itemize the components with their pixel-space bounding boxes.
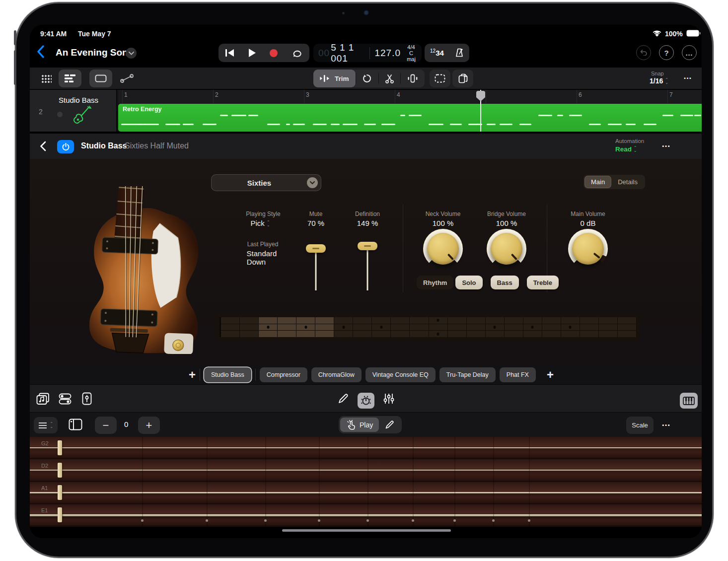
- song-menu-chevron[interactable]: [126, 48, 137, 59]
- plugin-chain-tru-tape-delay[interactable]: Tru-Tape Delay: [439, 367, 496, 382]
- plugin-chain-compressor[interactable]: Compressor: [260, 367, 307, 382]
- preset-dropdown[interactable]: Sixties: [211, 174, 321, 191]
- midi-region[interactable]: Retro Energy: [118, 104, 702, 132]
- volume-down-button[interactable]: [14, 50, 16, 85]
- automation-button[interactable]: [115, 70, 139, 87]
- mini-fret-21: [599, 317, 618, 337]
- pencil-icon: [385, 420, 394, 429]
- play-button[interactable]: [248, 49, 256, 57]
- marquee-select-button[interactable]: [430, 70, 450, 87]
- play-mode-button[interactable]: Play: [340, 418, 379, 432]
- snap-value[interactable]: 1/16 ⌃⌄: [650, 77, 668, 85]
- mini-fretboard-grid: [219, 317, 637, 337]
- plugins-button[interactable]: [82, 392, 92, 405]
- tab-details[interactable]: Details: [611, 176, 644, 188]
- mini-fretboard[interactable]: [215, 314, 640, 340]
- midi-note: [313, 124, 327, 125]
- midi-note: [121, 124, 146, 125]
- plugin-chain-chromaglow[interactable]: ChromaGlow: [311, 367, 362, 382]
- mini-fret-5: [296, 317, 315, 337]
- string-list-button[interactable]: ⌃⌄: [34, 417, 58, 433]
- mute-value: 70 %: [307, 219, 324, 227]
- main-volume-knob[interactable]: [568, 229, 608, 269]
- region-tool-button[interactable]: [89, 70, 112, 87]
- pickup-button-treble[interactable]: Treble: [527, 276, 559, 289]
- region-gain-button[interactable]: [401, 70, 425, 87]
- home-indicator[interactable]: [282, 529, 451, 532]
- smart-controls-button[interactable]: [358, 393, 374, 409]
- scissors-icon: [385, 74, 394, 83]
- more-options-button[interactable]: …: [682, 45, 697, 60]
- help-button[interactable]: ?: [659, 45, 674, 60]
- string-a1[interactable]: [30, 492, 702, 493]
- record-button[interactable]: [270, 49, 278, 57]
- plugin-more-button[interactable]: …: [661, 139, 671, 149]
- mini-fret-11: [410, 317, 429, 337]
- trim-mode-button[interactable]: Trim: [313, 70, 356, 87]
- midi-note: [626, 124, 636, 125]
- add-plugin-button-right[interactable]: +: [547, 368, 554, 382]
- loop-mode-button[interactable]: [356, 70, 378, 87]
- cycle-button[interactable]: [292, 49, 302, 57]
- definition-label: Definition: [355, 210, 380, 217]
- edit-notes-button[interactable]: [379, 418, 400, 432]
- loop-browser-button[interactable]: [36, 393, 50, 405]
- bridge-volume-value: 100 %: [496, 219, 517, 227]
- undo-button[interactable]: [636, 45, 651, 60]
- lcd-display[interactable]: 00 5 1 1 001 127.0 4/4 C maj: [313, 44, 422, 62]
- track-header[interactable]: 2 Studio Bass: [30, 90, 117, 132]
- playing-style-selector[interactable]: Pick ⌃⌄: [250, 219, 270, 227]
- fret-line: [493, 437, 494, 527]
- split-mode-button[interactable]: [379, 70, 400, 87]
- tracks-icon: [64, 74, 76, 83]
- midi-note: [694, 115, 701, 116]
- count-in-button[interactable]: 1234: [430, 48, 444, 58]
- definition-slider[interactable]: [358, 230, 377, 290]
- bass-guitar-image: [78, 186, 218, 354]
- plugin-power-button[interactable]: [57, 140, 74, 153]
- metronome-icon[interactable]: [455, 48, 464, 58]
- copy-button[interactable]: [452, 70, 473, 87]
- keyboard-view-button[interactable]: [680, 393, 698, 409]
- string-d2[interactable]: [30, 470, 702, 471]
- octave-down-button[interactable]: −: [95, 417, 117, 434]
- plugin-chain-studio-bass[interactable]: Studio Bass: [204, 367, 251, 382]
- string-e1[interactable]: [30, 514, 702, 516]
- plugin-preset-name[interactable]: Sixties Half Muted: [125, 141, 189, 150]
- edit-pencil-button[interactable]: [338, 393, 349, 404]
- pickup-button-bass[interactable]: Bass: [491, 276, 519, 289]
- octave-value: 0: [124, 420, 128, 428]
- toolbar-more-button[interactable]: …: [683, 71, 693, 81]
- tab-main[interactable]: Main: [584, 176, 611, 188]
- song-title[interactable]: An Evening Song: [56, 47, 134, 58]
- mixer-button[interactable]: [59, 393, 72, 405]
- bass-play-surface[interactable]: G2D2A1E1: [30, 437, 702, 527]
- octave-up-button[interactable]: +: [138, 417, 160, 434]
- pickup-button-solo[interactable]: Solo: [455, 276, 482, 289]
- volume-up-button[interactable]: [14, 30, 16, 45]
- mute-slider[interactable]: [306, 230, 326, 290]
- pickup-button-rhythm[interactable]: Rhythm: [417, 276, 453, 289]
- ruler[interactable]: 123467: [118, 90, 702, 103]
- midi-note: [608, 124, 622, 125]
- string-g2[interactable]: [30, 447, 702, 448]
- plugin-chain-vintage-console-eq[interactable]: Vintage Console EQ: [365, 367, 436, 382]
- neck-volume-knob[interactable]: [423, 229, 463, 269]
- sidebar-toggle-button[interactable]: [69, 419, 82, 430]
- playsurface-more-button[interactable]: …: [661, 418, 671, 428]
- plugin-chain-phat-fx[interactable]: Phat FX: [500, 367, 536, 382]
- fret-marker-dot: [206, 519, 208, 522]
- add-plugin-button-left[interactable]: +: [189, 368, 196, 382]
- automation-mode-selector[interactable]: Read ⌃⌄: [615, 145, 637, 153]
- browser-grid-button[interactable]: [36, 70, 57, 87]
- plugin-back-chevron[interactable]: [40, 141, 46, 151]
- go-to-beginning-button[interactable]: [225, 49, 234, 57]
- channel-strip-button[interactable]: [383, 393, 394, 404]
- ruler-number: 2: [215, 91, 218, 98]
- track-status-dot[interactable]: [57, 112, 63, 117]
- midi-note: [231, 115, 246, 116]
- scale-button[interactable]: Scale: [626, 417, 654, 434]
- back-chevron-button[interactable]: [37, 45, 45, 58]
- tracks-view-button[interactable]: [59, 70, 81, 87]
- bridge-volume-knob[interactable]: [487, 229, 526, 269]
